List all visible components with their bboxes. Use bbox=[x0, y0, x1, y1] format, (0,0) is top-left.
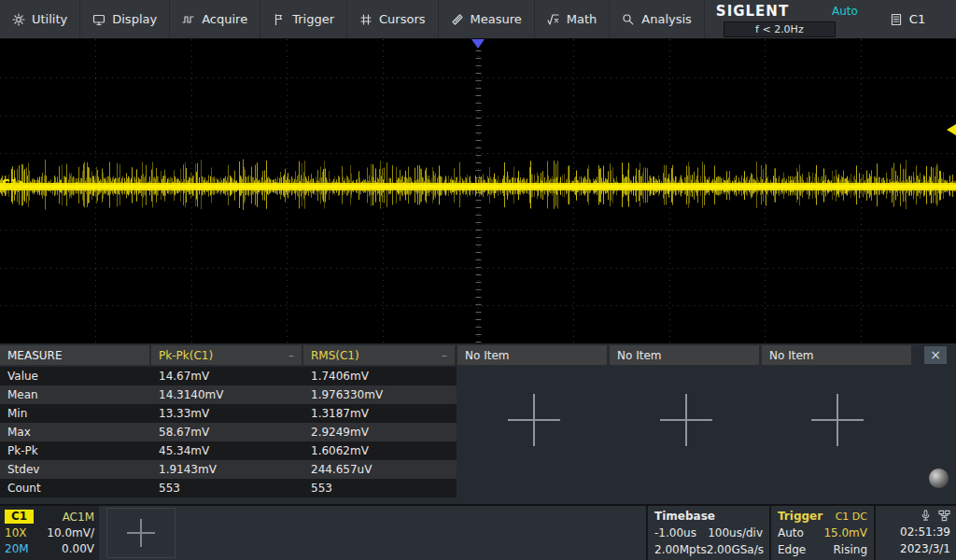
memory-depth: 2.00Mpts bbox=[654, 543, 707, 556]
menu-item-label: Analysis bbox=[641, 12, 692, 26]
analysis-icon bbox=[622, 13, 635, 26]
measure-table: Value14.67mV1.7406mV Mean14.3140mV1.9763… bbox=[0, 367, 457, 497]
measure-panel: MEASURE Pk-Pk(C1) – RMS(C1) – No Item No… bbox=[0, 343, 956, 504]
measure-slot-label: Pk-Pk(C1) bbox=[159, 349, 213, 362]
measure-slot-pkpk[interactable]: Pk-Pk(C1) – bbox=[151, 345, 302, 365]
trigger-title: Trigger bbox=[778, 510, 822, 523]
menu-bar: Utility Display Acquire Trigger Cursors … bbox=[0, 0, 956, 39]
menu-item-analysis[interactable]: Analysis bbox=[610, 0, 705, 38]
table-row: Mean14.3140mV1.976330mV bbox=[0, 385, 457, 404]
brand-block: SIGLENT Auto f < 2.0Hz bbox=[716, 0, 858, 38]
table-row: Value14.67mV1.7406mV bbox=[0, 367, 457, 385]
oscilloscope-screen: Utility Display Acquire Trigger Cursors … bbox=[0, 0, 956, 560]
waveform-display: C1 bbox=[0, 39, 956, 343]
measure-slot-rms[interactable]: RMS(C1) – bbox=[303, 345, 455, 365]
menu-item-display[interactable]: Display bbox=[80, 0, 170, 38]
menu-item-utility[interactable]: Utility bbox=[0, 0, 80, 38]
trigger-mode: Auto bbox=[778, 526, 804, 539]
add-measure-button[interactable] bbox=[811, 394, 864, 446]
plus-icon bbox=[127, 519, 155, 547]
menu-item-cursors[interactable]: Cursors bbox=[347, 0, 439, 38]
channel-coupling: AC1M bbox=[63, 511, 94, 524]
menu-item-math[interactable]: Math bbox=[535, 0, 611, 38]
menu-item-label: Measure bbox=[471, 12, 522, 26]
menu-item-label: Math bbox=[567, 12, 598, 26]
table-row: Stdev1.9143mV244.657uV bbox=[0, 460, 457, 479]
trigger-slope: Rising bbox=[834, 543, 867, 556]
siglent-logo: SIGLENT bbox=[716, 3, 789, 20]
timebase-title: Timebase bbox=[654, 510, 715, 523]
trigger-source: C1 DC bbox=[836, 511, 867, 523]
remove-measure-icon[interactable]: – bbox=[288, 349, 294, 362]
measure-title: MEASURE bbox=[0, 345, 149, 365]
waveform-canvas[interactable] bbox=[0, 39, 956, 343]
menu-item-acquire[interactable]: Acquire bbox=[170, 0, 260, 38]
menu-item-label: Cursors bbox=[379, 12, 426, 26]
measure-ruler-icon bbox=[451, 13, 464, 26]
channel-offset-arrow-icon bbox=[20, 180, 25, 188]
channel-list-icon bbox=[890, 13, 903, 26]
channel-selector-label: C1 bbox=[909, 12, 925, 26]
network-icon[interactable] bbox=[938, 510, 950, 522]
trigger-type: Edge bbox=[778, 543, 806, 556]
table-row: Max58.67mV2.9249mV bbox=[0, 423, 457, 441]
sample-rate: 2.00GSa/s bbox=[707, 543, 764, 556]
measure-slot-empty-2[interactable]: No Item bbox=[610, 345, 759, 365]
menu-item-label: Display bbox=[112, 12, 157, 26]
menu-item-label: Acquire bbox=[202, 12, 247, 26]
channel-selector-button[interactable]: C1 bbox=[890, 0, 925, 38]
channel-offset-label: C1 bbox=[2, 177, 18, 190]
clock-time: 02:51:39 bbox=[879, 524, 950, 540]
trigger-flag-icon bbox=[273, 13, 286, 26]
status-bar: C1 AC1M 10X 10.0mV/ 20M 0.00V Timebase -… bbox=[0, 504, 956, 560]
microphone-icon[interactable] bbox=[920, 510, 932, 522]
trigger-level-marker[interactable] bbox=[947, 124, 956, 135]
channel-scale: 10.0mV/ bbox=[47, 526, 94, 539]
table-row: Count553553 bbox=[0, 479, 457, 497]
display-icon bbox=[92, 13, 105, 26]
trigger-box[interactable]: Trigger C1 DC Auto 15.0mV Edge Rising bbox=[769, 506, 874, 560]
channel-info-box[interactable]: C1 AC1M 10X 10.0mV/ 20M 0.00V bbox=[0, 506, 99, 560]
add-measure-button[interactable] bbox=[508, 394, 560, 446]
measure-slot-empty-3[interactable]: No Item bbox=[762, 345, 911, 365]
table-row: Pk-Pk45.34mV1.6062mV bbox=[0, 441, 457, 460]
trigger-position-marker[interactable] bbox=[471, 39, 485, 49]
timebase-scale: 100us/div bbox=[708, 526, 763, 539]
math-icon bbox=[547, 13, 560, 26]
measure-slot-label: RMS(C1) bbox=[311, 349, 359, 362]
bandwidth-limit: 20M bbox=[5, 542, 29, 555]
channel-offset: 0.00V bbox=[62, 542, 94, 555]
add-measure-button[interactable] bbox=[660, 394, 712, 446]
cursors-icon bbox=[359, 13, 373, 26]
acquire-icon bbox=[182, 13, 195, 26]
clock-date: 2023/3/1 bbox=[879, 540, 950, 557]
channel-badge: C1 bbox=[5, 510, 34, 524]
acquisition-status: Auto bbox=[832, 5, 858, 18]
timebase-delay: -1.00us bbox=[654, 526, 696, 539]
measure-slot-empty-1[interactable]: No Item bbox=[457, 345, 607, 365]
statusbar-spacer bbox=[176, 506, 646, 560]
utility-icon bbox=[12, 13, 25, 26]
menu-item-label: Trigger bbox=[292, 12, 334, 26]
drag-handle[interactable] bbox=[929, 469, 949, 488]
remove-measure-icon[interactable]: – bbox=[442, 349, 447, 362]
table-row: Min13.33mV1.3187mV bbox=[0, 404, 457, 423]
add-channel-button[interactable] bbox=[106, 508, 176, 558]
close-measure-icon[interactable]: × bbox=[924, 346, 947, 364]
measure-header: MEASURE Pk-Pk(C1) – RMS(C1) – No Item No… bbox=[0, 345, 956, 365]
trigger-frequency-readout: f < 2.0Hz bbox=[724, 21, 836, 37]
channel-offset-marker[interactable]: C1 bbox=[2, 177, 25, 190]
probe-attenuation: 10X bbox=[5, 526, 27, 539]
menu-item-measure[interactable]: Measure bbox=[439, 0, 535, 38]
menu-item-trigger[interactable]: Trigger bbox=[260, 0, 347, 38]
system-status-box: 02:51:39 2023/3/1 bbox=[874, 506, 956, 560]
trigger-level: 15.0mV bbox=[823, 526, 867, 539]
menu-item-label: Utility bbox=[32, 12, 67, 26]
timebase-box[interactable]: Timebase -1.00us 100us/div 2.00Mpts 2.00… bbox=[646, 506, 769, 560]
